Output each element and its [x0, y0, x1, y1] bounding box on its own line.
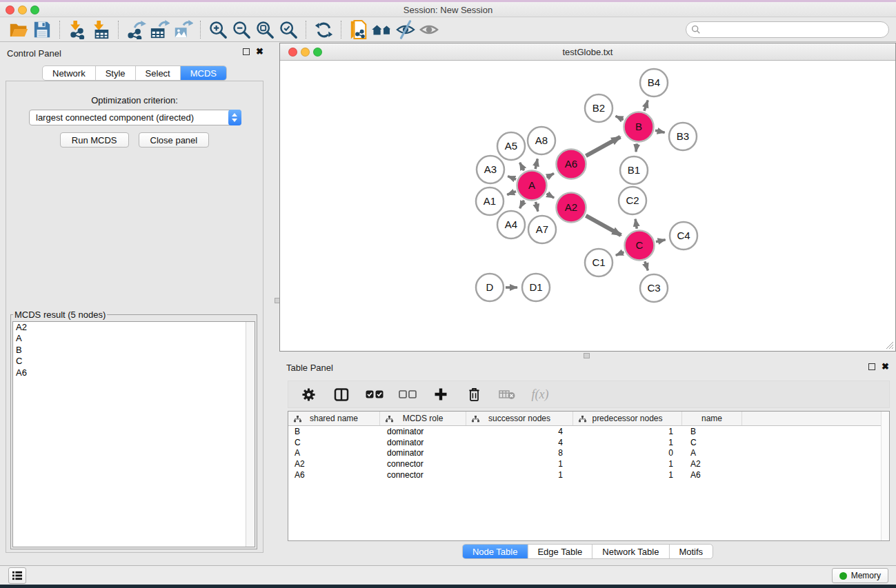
import-table-button[interactable] — [89, 19, 112, 40]
graph-edge-A-A3[interactable] — [508, 176, 516, 180]
export-network-button[interactable] — [124, 19, 148, 40]
table-options-gear-icon[interactable] — [299, 384, 317, 405]
select-all-columns-icon[interactable] — [366, 384, 384, 405]
graph-edge-B-B4[interactable] — [644, 101, 648, 111]
graph-node-label: C4 — [677, 230, 690, 241]
tab-network[interactable]: Network — [43, 66, 95, 80]
graph-edge-A-A5[interactable] — [520, 163, 524, 170]
graph-node-label: B3 — [677, 130, 689, 142]
horizontal-splitter-handle[interactable] — [584, 353, 590, 358]
table-header-row: shared nameMCDS rolesuccessor nodesprede… — [288, 412, 889, 426]
status-bar: Memory — [0, 565, 896, 585]
table-cell: dominator — [380, 438, 466, 447]
open-session-button[interactable] — [7, 19, 30, 40]
graph-node-label: A4 — [505, 219, 517, 230]
graph-edge-C-C4[interactable] — [656, 240, 666, 242]
mcds-result-item[interactable]: B — [13, 345, 255, 356]
mcds-result-item[interactable]: C — [13, 356, 255, 367]
resize-grip[interactable] — [886, 341, 894, 349]
float-panel-icon[interactable] — [243, 48, 250, 55]
delete-columns-icon[interactable] — [465, 384, 483, 405]
close-panel-button[interactable]: Close panel — [139, 132, 210, 148]
tab-node-table[interactable]: Node Table — [463, 545, 528, 558]
graph-edge-A-A1[interactable] — [507, 192, 516, 195]
mcds-result-item[interactable]: A2 — [13, 322, 255, 333]
zoom-out-button[interactable] — [230, 19, 253, 40]
create-new-column-icon[interactable] — [432, 384, 450, 405]
search-input[interactable] — [701, 23, 888, 36]
table-row[interactable]: A6connector11A6 — [288, 469, 889, 480]
column-header-shared-name[interactable]: shared name — [288, 412, 380, 425]
home-views-button[interactable] — [370, 19, 394, 40]
column-header-name[interactable]: name — [682, 412, 742, 425]
graph-edge-A2-C[interactable] — [586, 216, 621, 235]
table-cell: 1 — [573, 459, 682, 469]
table-panel-title: Table Panel — [286, 363, 333, 373]
delete-table-icon[interactable] — [498, 384, 516, 405]
import-network-button[interactable] — [66, 19, 89, 40]
network-canvas[interactable]: B4B2BB3A5A8A6A3B1AA1C2A2A4A7C4CC1C3DD1 — [280, 61, 895, 351]
graph-edge-A-A8[interactable] — [535, 159, 537, 169]
toolbar-separator — [118, 21, 119, 39]
close-panel-icon[interactable]: ✖ — [256, 48, 263, 55]
search-box[interactable] — [686, 21, 889, 38]
function-builder-icon[interactable]: f(x) — [531, 384, 549, 405]
new-network-from-selection-button[interactable] — [347, 19, 370, 40]
show-graphic-details-button[interactable] — [417, 19, 441, 40]
memory-button[interactable]: Memory — [832, 568, 888, 583]
zoom-fit-button[interactable] — [253, 19, 277, 40]
graph-edge-B-B3[interactable] — [655, 130, 665, 132]
graph-edge-A-A4[interactable] — [520, 201, 524, 208]
mcds-result-list[interactable]: A2ABCA6 — [12, 321, 255, 547]
graph-edge-A-A2[interactable] — [546, 194, 554, 198]
mcds-result-title: MCDS result (5 nodes) — [13, 310, 107, 320]
graph-edge-B-B2[interactable] — [615, 116, 623, 119]
table-row[interactable]: A2connector11A2 — [288, 458, 889, 469]
graph-node-label: A6 — [565, 158, 577, 170]
zoom-in-button[interactable] — [206, 19, 230, 40]
save-session-button[interactable] — [30, 19, 54, 40]
refresh-layout-button[interactable] — [312, 19, 335, 40]
tab-select[interactable]: Select — [135, 66, 180, 80]
tab-network-table[interactable]: Network Table — [592, 545, 668, 558]
tab-style[interactable]: Style — [95, 66, 135, 80]
graph-edge-A-A7[interactable] — [536, 202, 538, 212]
column-header-MCDS-role[interactable]: MCDS role — [380, 412, 466, 425]
graph-edge-A6-B[interactable] — [586, 137, 620, 156]
mcds-result-item[interactable]: A — [13, 333, 255, 344]
zoom-selected-button[interactable] — [277, 19, 300, 40]
mcds-list-scrollbar[interactable] — [246, 322, 255, 547]
mcds-result-item[interactable]: A6 — [13, 367, 255, 378]
toolbar-separator — [306, 21, 306, 39]
graph-edge-C-C3[interactable] — [645, 261, 648, 270]
unselect-all-columns-icon[interactable] — [399, 384, 417, 405]
graph-edge-A-A6[interactable] — [547, 174, 554, 178]
hide-graphic-details-button[interactable] — [394, 19, 417, 40]
tab-motifs[interactable]: Motifs — [668, 545, 713, 558]
table-scrollbar[interactable] — [881, 412, 889, 540]
graph-edge-B-B1[interactable] — [636, 143, 637, 152]
table-row[interactable]: Cdominator41C — [288, 437, 889, 448]
criterion-dropdown[interactable]: largest connected component (directed) — [29, 110, 241, 125]
table-row[interactable]: Bdominator41B — [288, 426, 889, 437]
graph-edge-C-C2[interactable] — [635, 219, 637, 229]
float-table-panel-icon[interactable] — [868, 363, 875, 370]
sort-icon — [386, 415, 393, 425]
close-table-panel-icon[interactable]: ✖ — [882, 363, 889, 370]
desktop-background — [0, 585, 896, 588]
export-table-button[interactable] — [148, 19, 171, 40]
column-header-successor-nodes[interactable]: successor nodes — [466, 412, 573, 425]
column-header-predecessor-nodes[interactable]: predecessor nodes — [573, 412, 682, 425]
export-image-button[interactable] — [171, 19, 195, 40]
control-panel-tabs: Network Style Select MCDS — [42, 65, 227, 81]
run-mcds-button[interactable]: Run MCDS — [60, 132, 129, 148]
tab-mcds[interactable]: MCDS — [180, 66, 226, 80]
network-window-titlebar[interactable]: testGlobe.txt — [280, 43, 895, 61]
task-history-button[interactable] — [8, 567, 26, 584]
table-cell: 1 — [466, 459, 573, 469]
tab-edge-table[interactable]: Edge Table — [527, 545, 592, 558]
show-column-panel-icon[interactable] — [332, 384, 350, 405]
table-cell: 1 — [573, 438, 682, 447]
table-row[interactable]: Adominator80A — [288, 448, 889, 459]
graph-edge-C-C1[interactable] — [616, 252, 624, 256]
